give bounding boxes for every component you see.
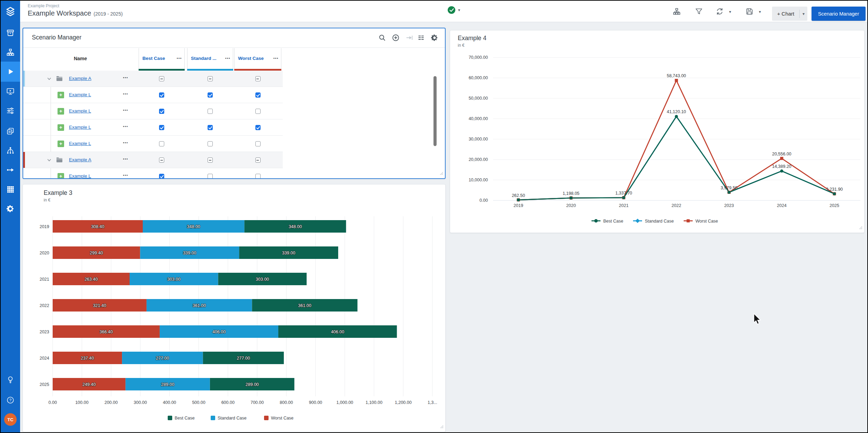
row-menu-icon[interactable]: •••	[123, 125, 128, 128]
add-scenario-icon[interactable]	[392, 34, 400, 42]
data-point[interactable]	[675, 115, 678, 118]
sidebar-item-settings[interactable]	[1, 202, 20, 216]
svg-text:2020: 2020	[40, 251, 49, 255]
scenario-checkbox[interactable]	[159, 141, 164, 146]
resize-handle[interactable]	[440, 424, 444, 430]
workspace-header: Example Workspace (2019 - 2025)	[28, 9, 123, 17]
svg-text:70,000.00: 70,000.00	[468, 55, 488, 60]
data-point[interactable]	[780, 157, 783, 160]
search-icon[interactable]	[378, 34, 386, 42]
scenario-checkbox[interactable]	[208, 92, 213, 98]
sidebar-item-flow-arrow[interactable]	[1, 163, 20, 177]
scenario-node-link[interactable]: Example L	[69, 141, 91, 146]
save-dropdown-caret[interactable]: ▾	[759, 9, 761, 14]
column-menu-icon[interactable]: •••	[273, 56, 279, 60]
data-point[interactable]	[675, 79, 678, 82]
add-chart-button[interactable]: + Chart ▾	[772, 7, 807, 21]
sidebar-item-pages[interactable]	[1, 124, 20, 138]
table-row: +Example L•••	[23, 119, 283, 136]
table-row: Example A•••	[23, 71, 283, 87]
column-header[interactable]: Worst Case•••	[234, 48, 281, 71]
power-icon[interactable]	[1, 429, 20, 433]
data-point[interactable]	[570, 196, 573, 199]
point-label: 3,979.50	[721, 186, 738, 190]
panel-settings-icon[interactable]	[430, 34, 439, 42]
scenario-node-link[interactable]: Example A	[69, 76, 91, 81]
sidebar-item-sliders[interactable]	[1, 104, 20, 118]
scenario-node-link[interactable]: Example L	[69, 173, 91, 178]
sidebar-item-presentation[interactable]	[1, 84, 20, 98]
scenario-node-link[interactable]: Example L	[69, 108, 91, 114]
scenario-checkbox[interactable]	[255, 141, 261, 146]
column-header[interactable]: Best Case•••	[139, 48, 185, 71]
help-icon[interactable]: ?	[1, 393, 20, 407]
resize-handle[interactable]	[859, 225, 862, 231]
row-menu-icon[interactable]: •••	[123, 76, 128, 80]
row-menu-icon[interactable]: •••	[123, 173, 128, 177]
scenario-checkbox[interactable]	[255, 76, 261, 81]
tree-guide	[51, 119, 51, 135]
filter-icon[interactable]	[694, 7, 703, 16]
status-dropdown-caret[interactable]: ▾	[458, 8, 460, 12]
column-menu-icon[interactable]: •••	[225, 56, 230, 60]
scenario-node-link[interactable]: Example A	[69, 157, 91, 162]
list-view-icon[interactable]	[417, 34, 425, 42]
sidebar-item-org-chart[interactable]	[1, 45, 20, 59]
sidebar-item-play-active[interactable]	[1, 62, 20, 82]
column-header-label[interactable]: Standard ...	[191, 56, 217, 61]
svg-text:0.00: 0.00	[49, 400, 57, 405]
scenario-node-link[interactable]: Example L	[69, 125, 91, 130]
scenario-checkbox[interactable]	[255, 174, 261, 178]
chevron-down-icon[interactable]	[47, 159, 51, 162]
scenario-checkbox[interactable]	[208, 141, 213, 146]
data-point[interactable]	[622, 196, 625, 199]
scenario-checkbox[interactable]	[208, 125, 213, 130]
scenario-checkbox[interactable]	[208, 157, 213, 163]
scenario-checkbox[interactable]	[255, 157, 261, 163]
refresh-dropdown-caret[interactable]: ▾	[729, 9, 731, 14]
scenario-checkbox[interactable]	[255, 109, 261, 114]
svg-text:406.00: 406.00	[331, 330, 344, 334]
column-header-label[interactable]: Best Case	[142, 56, 165, 61]
data-point[interactable]	[517, 198, 520, 201]
scenario-checkbox[interactable]	[208, 174, 213, 178]
chart-dropdown-caret[interactable]: ▾	[800, 11, 807, 16]
sidebar-item-model-graph[interactable]	[1, 144, 20, 157]
scenario-node-link[interactable]: Example L	[69, 92, 91, 97]
hierarchy-icon[interactable]	[672, 7, 681, 16]
resize-handle[interactable]	[440, 170, 443, 177]
sidebar-item-grid[interactable]	[1, 182, 20, 196]
scenario-checkbox[interactable]	[255, 92, 261, 98]
scenario-checkbox[interactable]	[159, 157, 164, 163]
sidebar-item-archive[interactable]	[1, 26, 20, 40]
table-row: +Example L•••	[23, 136, 283, 152]
row-menu-icon[interactable]: •••	[123, 92, 128, 96]
scenario-checkbox[interactable]	[159, 174, 164, 178]
save-icon[interactable]	[745, 7, 754, 16]
data-point[interactable]	[780, 170, 783, 173]
scenario-manager-button[interactable]: Scenario Manager	[812, 7, 866, 21]
scenario-checkbox[interactable]	[159, 92, 164, 98]
avatar[interactable]: TC	[4, 413, 17, 426]
scenario-checkbox[interactable]	[159, 109, 164, 114]
scrollbar[interactable]	[433, 76, 437, 146]
row-menu-icon[interactable]: •••	[123, 157, 128, 161]
app-logo-icon[interactable]	[1, 5, 20, 19]
column-menu-icon[interactable]: •••	[177, 56, 182, 60]
row-menu-icon[interactable]: •••	[123, 108, 128, 112]
row-menu-icon[interactable]: •••	[123, 141, 128, 145]
scenario-checkbox[interactable]	[159, 125, 164, 130]
status-check-button[interactable]	[448, 6, 455, 14]
column-header[interactable]: Standard ...•••	[187, 48, 233, 71]
scenario-checkbox[interactable]	[159, 76, 164, 81]
name-column-header: Name	[23, 48, 138, 69]
lightbulb-icon[interactable]	[1, 373, 20, 387]
scenario-checkbox[interactable]	[208, 109, 213, 114]
data-point[interactable]	[833, 192, 836, 195]
chevron-down-icon[interactable]	[47, 77, 51, 80]
scenario-checkbox[interactable]	[208, 76, 213, 81]
column-header-label[interactable]: Worst Case	[238, 56, 264, 61]
scenario-checkbox[interactable]	[255, 125, 261, 130]
data-point[interactable]	[728, 191, 731, 194]
refresh-icon[interactable]	[715, 7, 724, 16]
